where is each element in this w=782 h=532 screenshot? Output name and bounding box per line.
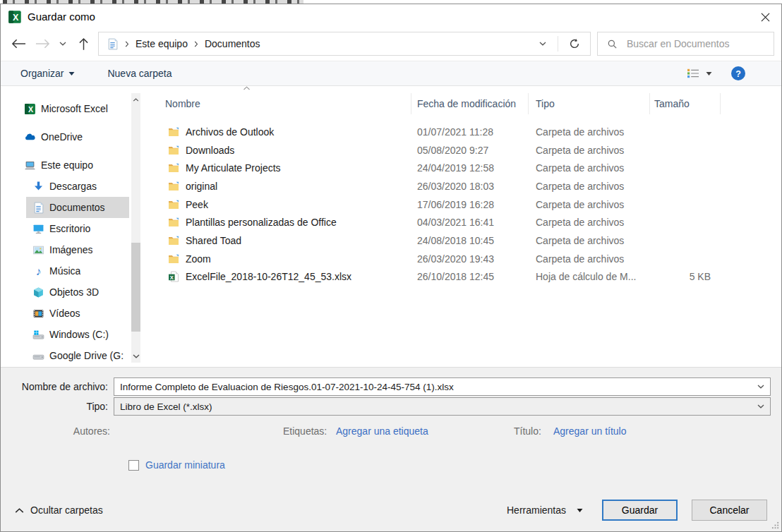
- caret-down-icon: [706, 72, 712, 75]
- sidebar-item-label: Escritorio: [49, 223, 90, 234]
- chevron-right-icon: [194, 41, 198, 47]
- add-tag-link[interactable]: Agregar una etiqueta: [336, 424, 428, 438]
- scrollbar-thumb[interactable]: [131, 243, 140, 332]
- breadcrumb-este-equipo[interactable]: Este equipo: [136, 38, 188, 49]
- file-modified-date: 01/07/2021 11:28: [411, 126, 529, 138]
- search-input[interactable]: [625, 37, 774, 50]
- file-name: Archivos de Outlook: [186, 126, 274, 138]
- sidebar-item-v-deos[interactable]: Vídeos: [26, 303, 129, 324]
- cancel-button[interactable]: Cancelar: [692, 500, 767, 521]
- address-divider: [558, 36, 558, 52]
- svg-text:X: X: [170, 274, 174, 281]
- sidebar-item-este-equipo[interactable]: Este equipo: [18, 155, 129, 176]
- objects3d-icon: [32, 286, 44, 298]
- scroll-down-icon[interactable]: [131, 351, 140, 361]
- scroll-up-icon[interactable]: [131, 95, 140, 104]
- address-dropdown-button[interactable]: [534, 32, 551, 55]
- breadcrumb-documentos[interactable]: Documentos: [205, 38, 260, 49]
- hide-folders-label: Ocultar carpetas: [30, 504, 103, 516]
- sidebar-item-m-sica[interactable]: ♪ Música: [26, 260, 129, 282]
- title-label: Título:: [514, 424, 541, 438]
- file-row[interactable]: My Articulate Projects 24/04/2019 12:58 …: [152, 159, 733, 177]
- back-icon: [11, 39, 26, 49]
- navigation-bar: Este equipo Documentos: [1, 31, 781, 59]
- refresh-icon: [569, 38, 580, 49]
- file-type: Carpeta de archivos: [529, 181, 650, 192]
- save-as-dialog: X Guardar como Este equipo Documentos: [0, 4, 782, 532]
- forward-button[interactable]: [32, 31, 53, 56]
- filename-field: [114, 377, 771, 396]
- hide-folders-button[interactable]: Ocultar carpetas: [15, 503, 103, 517]
- tools-dropdown-button[interactable]: Herramientas: [507, 503, 583, 517]
- file-type: Carpeta de archivos: [529, 217, 650, 228]
- file-type-select[interactable]: Libro de Excel (*.xlsx): [114, 397, 771, 416]
- file-modified-date: 26/10/2018 12:45: [411, 271, 529, 282]
- folder-icon: [168, 235, 179, 246]
- sidebar-item-escritorio[interactable]: Escritorio: [26, 218, 129, 239]
- help-button[interactable]: ?: [730, 66, 746, 81]
- file-name: ExcelFile_2018-10-26T12_45_53.xlsx: [186, 271, 351, 282]
- svg-text:X: X: [28, 104, 33, 113]
- file-modified-date: 24/04/2019 12:58: [411, 162, 529, 174]
- column-header-fecha[interactable]: Fecha de modificación: [411, 93, 529, 114]
- file-type-value: Libro de Excel (*.xlsx): [114, 401, 752, 412]
- save-thumbnail-option: Guardar miniatura: [128, 459, 225, 471]
- caret-down-icon: [68, 72, 75, 75]
- up-button[interactable]: [74, 31, 92, 56]
- column-header-tamano[interactable]: Tamaño: [650, 93, 721, 114]
- folder-icon: [168, 162, 179, 174]
- folder-icon: [168, 126, 179, 138]
- file-modified-date: 26/03/2020 19:43: [411, 253, 529, 265]
- file-row[interactable]: Shared Toad 24/08/2018 10:45 Carpeta de …: [152, 231, 733, 250]
- file-row[interactable]: Downloads 05/08/2020 9:27 Carpeta de arc…: [152, 141, 733, 159]
- column-header-nombre[interactable]: Nombre: [152, 93, 411, 114]
- sidebar-item-onedrive[interactable]: OneDrive: [18, 126, 129, 147]
- file-row[interactable]: Peek 17/06/2019 16:28 Carpeta de archivo…: [152, 195, 733, 214]
- save-button[interactable]: Guardar: [602, 500, 678, 521]
- refresh-button[interactable]: [559, 32, 590, 55]
- add-title-link[interactable]: Agregar un título: [553, 424, 627, 438]
- search-icon: [607, 39, 618, 49]
- file-name: Plantillas personalizadas de Office: [186, 217, 337, 228]
- folder-icon: [168, 217, 179, 228]
- organize-button[interactable]: Organizar: [20, 68, 75, 79]
- save-thumbnail-checkbox[interactable]: [128, 460, 139, 471]
- back-button[interactable]: [8, 31, 29, 56]
- sidebar-item-im-genes[interactable]: Imágenes: [26, 239, 129, 260]
- change-view-button[interactable]: [687, 68, 712, 78]
- resize-grip[interactable]: [771, 521, 779, 529]
- tags-label: Etiquetas:: [283, 424, 327, 438]
- file-type: Carpeta de archivos: [529, 199, 650, 210]
- forward-icon: [35, 39, 50, 49]
- new-folder-button[interactable]: Nueva carpeta: [107, 68, 172, 79]
- address-bar[interactable]: Este equipo Documentos: [98, 32, 591, 56]
- column-headers: Nombre Fecha de modificación Tipo Tamaño: [152, 93, 721, 114]
- chevron-down-icon: [752, 404, 770, 409]
- file-modified-date: 17/06/2019 16:28: [411, 199, 529, 210]
- file-row[interactable]: X ExcelFile_2018-10-26T12_45_53.xlsx 26/…: [152, 268, 733, 286]
- filename-input[interactable]: [114, 382, 752, 392]
- sidebar-scrollbar[interactable]: [131, 93, 140, 363]
- file-row[interactable]: original 26/03/2020 18:03 Carpeta de arc…: [152, 177, 733, 195]
- chevron-right-icon: [125, 41, 129, 47]
- chevron-down-icon: [539, 42, 546, 46]
- recent-locations-button[interactable]: [56, 31, 69, 56]
- column-header-tipo[interactable]: Tipo: [529, 93, 650, 114]
- file-row[interactable]: Archivos de Outlook 01/07/2021 11:28 Car…: [152, 123, 733, 141]
- sidebar-item-google-drive-g[interactable]: Google Drive (G:: [26, 345, 129, 366]
- sidebar-item-descargas[interactable]: Descargas: [26, 176, 129, 197]
- excel-icon: X: [24, 103, 36, 115]
- sidebar-item-windows-c[interactable]: Windows (C:): [26, 324, 129, 345]
- drive-windows-icon: [32, 329, 44, 341]
- location-document-icon: [107, 38, 119, 49]
- sidebar-item-objetos-3d[interactable]: Objetos 3D: [26, 282, 129, 303]
- sidebar-item-microsoft-excel[interactable]: X Microsoft Excel: [18, 98, 129, 119]
- chevron-down-icon[interactable]: [752, 385, 770, 389]
- file-row[interactable]: Plantillas personalizadas de Office 04/0…: [152, 213, 733, 231]
- save-thumbnail-label[interactable]: Guardar miniatura: [145, 459, 225, 471]
- sidebar-item-documentos[interactable]: Documentos: [26, 197, 129, 218]
- close-icon: [761, 13, 770, 22]
- close-button[interactable]: [749, 4, 781, 30]
- sidebar-item-label: Imágenes: [49, 244, 92, 255]
- file-row[interactable]: Zoom 26/03/2020 19:43 Carpeta de archivo…: [152, 250, 733, 268]
